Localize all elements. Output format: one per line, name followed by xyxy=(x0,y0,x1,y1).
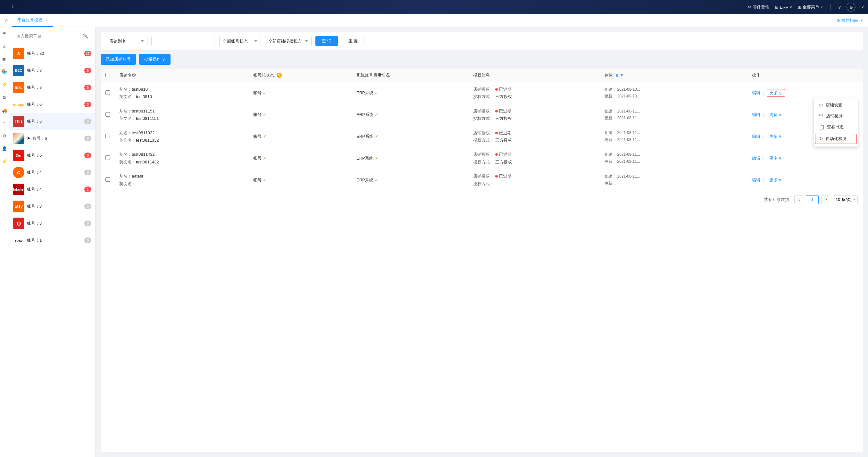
more-button-1[interactable]: 更多 ∨ xyxy=(767,89,785,97)
expand-icon[interactable]: ∨ xyxy=(861,5,864,9)
reset-button[interactable]: 重 置 xyxy=(342,36,365,46)
dropdown-item-store-check[interactable]: 🛡 店铺检测 xyxy=(814,111,858,121)
tab-close-button[interactable]: × xyxy=(45,18,48,23)
search-icon: 🔍 xyxy=(83,33,88,38)
sidebar-box-icon[interactable]: ▣ xyxy=(1,55,8,63)
dropdown-item-view-logs[interactable]: 📋 查看日志 xyxy=(814,121,858,132)
shop-name-filter[interactable]: 店铺别名 xyxy=(106,36,148,46)
filter-bar: 店铺别名 全部账号状态 全部店铺授权状态 查 询 重 置 xyxy=(101,32,863,50)
sidebar-truck-icon[interactable]: 🚚 xyxy=(1,106,8,114)
platform-item-rakuten[interactable]: Rakuten 账号：4 1 xyxy=(9,181,95,198)
platform-item-ebay[interactable]: ebay 账号：1 0 xyxy=(9,232,95,249)
query-button[interactable]: 查 询 xyxy=(315,36,338,46)
sidebar-menu-icon[interactable]: ≡ xyxy=(1,29,8,37)
sidebar-shop-icon[interactable]: 🏪 xyxy=(1,68,8,75)
account-status-cell-3: 账号 ✓ xyxy=(249,126,352,147)
account-status-cell-2: 账号 ✓ xyxy=(249,104,352,126)
more-chevron-icon-5: ∨ xyxy=(779,178,782,182)
top-nav-left: + xyxy=(4,4,14,10)
account-status-filter[interactable]: 全部账号状态 xyxy=(219,36,261,46)
account-status-cell-5: 账号 ✓ xyxy=(249,169,352,191)
more-button-2[interactable]: 更多 ∨ xyxy=(767,111,784,118)
account-status-help-icon[interactable]: ? xyxy=(277,73,282,78)
content-area: 店铺别名 全部账号状态 全部店铺授权状态 查 询 重 置 添加店铺账号 批量操作… xyxy=(95,27,868,457)
filter-icon[interactable]: ▼ xyxy=(620,73,624,78)
platform-item-etsy[interactable]: Etsy 账号：3 0 xyxy=(9,198,95,215)
platform-item-shopee[interactable]: S 账号：32 25 xyxy=(9,45,95,62)
tab-label: 平台账号授权 xyxy=(17,17,42,23)
platform-info-amazon: 账号：6 xyxy=(27,101,84,108)
platform-badge-fnac: 5 xyxy=(84,85,91,90)
platform-item-this[interactable]: This 账号：6 0 xyxy=(9,113,95,130)
tab-home-button[interactable]: ⌂ xyxy=(5,18,8,23)
auth-info-cell-4: 店铺授权： 已过期 授权方式： 三方授权 xyxy=(469,147,600,169)
sidebar-home-icon[interactable]: ⌂ xyxy=(1,42,8,50)
add-store-account-button[interactable]: 添加店铺账号 xyxy=(101,54,136,65)
prev-page-button[interactable]: < xyxy=(794,195,803,204)
tab-platform-auth[interactable]: 平台账号授权 × xyxy=(12,14,53,27)
row-checkbox-4[interactable] xyxy=(105,155,110,160)
shop-name-input[interactable] xyxy=(151,36,215,46)
sidebar-gear-icon[interactable]: ⚙ xyxy=(1,132,8,140)
data-table: 店铺名称 账号总状态 ? 系统账号启用情况 授权信息 创建 ⇅ xyxy=(101,68,863,191)
sidebar-settings-icon[interactable]: ⚙ xyxy=(1,94,8,101)
platform-item-on[interactable]: On 账号：5 3 xyxy=(9,147,95,164)
tab-bar-chevron-icon[interactable]: ∨ xyxy=(861,19,863,22)
edit-button-5[interactable]: 编辑 xyxy=(752,177,760,183)
table-row: 别名：test0811151 英文名：test0811151 账号 ✓ ERP系… xyxy=(101,104,863,126)
platform-item-c[interactable]: C 账号：4 0 xyxy=(9,164,95,181)
sort-icon[interactable]: ⇅ xyxy=(615,73,619,78)
erp-nav[interactable]: ⊞ ERP ∨ xyxy=(775,5,792,10)
sidebar-star-icon[interactable]: ⚡ xyxy=(1,158,8,165)
email-marketing-nav[interactable]: ✉ 邮件营销 xyxy=(748,4,769,10)
batch-operations-button[interactable]: 批量操作 ∨ xyxy=(139,54,170,65)
all-menus-nav[interactable]: ⊞ 全部菜单 ∨ xyxy=(798,4,823,10)
edit-button-3[interactable]: 编辑 xyxy=(752,134,760,140)
platform-badge-b2c: 5 xyxy=(84,68,91,73)
all-menus-icon: ⊞ xyxy=(798,5,801,10)
email-icon: ✉ xyxy=(748,5,751,10)
platform-item-power[interactable]: ⏻ 账号：3 0 xyxy=(9,215,95,232)
row-checkbox-2[interactable] xyxy=(105,112,110,117)
sidebar-lightning-icon[interactable]: ⚡ xyxy=(1,81,8,88)
platform-item-amazon[interactable]: Amazon 账号：6 3 xyxy=(9,96,95,113)
user-avatar[interactable]: ⊕ xyxy=(846,3,856,11)
row-checkbox-1[interactable] xyxy=(105,90,110,95)
edit-button-4[interactable]: 编辑 xyxy=(752,155,760,161)
help-nav[interactable]: ? xyxy=(838,5,841,10)
page-size-select[interactable]: 10 条/页 20 条/页 50 条/页 xyxy=(833,195,858,204)
dropdown-item-store-settings[interactable]: ⚙ 店铺设置 xyxy=(814,100,858,111)
platform-item-fnac[interactable]: fnac 账号：8 5 xyxy=(9,79,95,96)
create-info-cell-3: 创建： 2021-08-11... 更新： 2021-08-11... xyxy=(600,126,723,147)
edit-button-2[interactable]: 编辑 xyxy=(752,112,760,118)
platform-info-on: 账号：5 xyxy=(27,153,84,158)
edit-button-1[interactable]: 编辑 xyxy=(752,90,760,96)
action-bar: 添加店铺账号 批量操作 ∨ xyxy=(101,54,863,65)
help-guide-link[interactable]: ⊙ 操作指南 xyxy=(837,18,858,23)
more-button-4[interactable]: 更多 ∨ xyxy=(767,155,784,162)
platform-search-input[interactable] xyxy=(13,31,91,41)
row-checkbox-3[interactable] xyxy=(105,134,110,138)
page-number-input[interactable] xyxy=(806,195,819,204)
more-button-5[interactable]: 更多 ∨ xyxy=(767,177,784,184)
next-page-button[interactable]: > xyxy=(821,195,830,204)
platform-badge-ebay: 0 xyxy=(84,238,91,243)
row-checkbox-5[interactable] xyxy=(105,177,110,182)
auth-status-filter[interactable]: 全部店铺授权状态 xyxy=(265,36,312,46)
platform-item-multi[interactable]: ● ▶ 账号：6 0 xyxy=(9,130,95,147)
erp-system-cell-5: ERP系统 ✓ xyxy=(352,169,469,191)
sidebar-person-icon[interactable]: 👤 xyxy=(1,145,8,153)
more-button-3[interactable]: 更多 ∨ xyxy=(767,133,784,140)
sidebar-list-icon[interactable]: ≡ xyxy=(1,119,8,127)
pagination-bar: 共有 6 条数据 < > 10 条/页 20 条/页 50 条/页 xyxy=(101,191,863,208)
dropdown-item-auto-check[interactable]: ↻ 自动化检测 xyxy=(815,134,857,144)
platform-item-b2c[interactable]: B2C 账号：8 5 xyxy=(9,62,95,79)
dropdown-item-label-view-logs: 查看日志 xyxy=(827,124,844,130)
select-all-checkbox[interactable] xyxy=(105,73,110,77)
nav-divider xyxy=(6,4,6,10)
platform-badge-on: 3 xyxy=(84,153,91,158)
platform-info-ebay: 账号：1 xyxy=(27,238,84,243)
add-tab-button[interactable]: + xyxy=(10,4,14,10)
platform-badge-rakuten: 1 xyxy=(84,186,91,192)
col-spacer xyxy=(723,68,747,82)
